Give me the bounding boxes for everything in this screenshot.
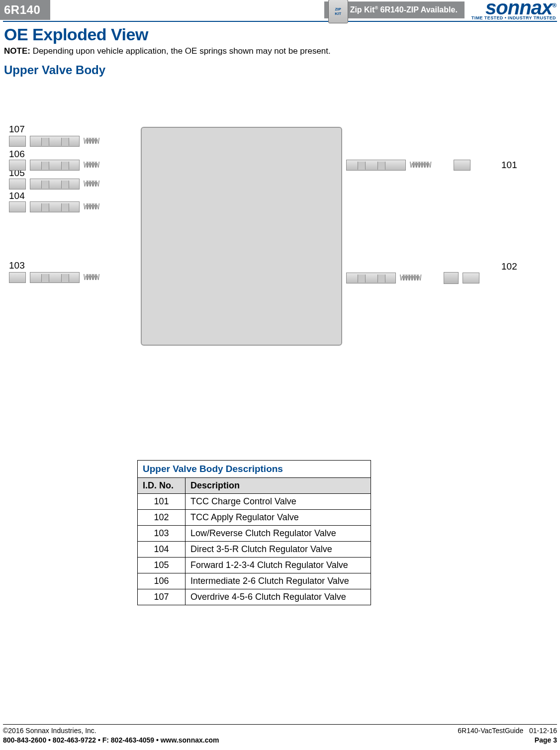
valve-icon bbox=[30, 136, 80, 147]
zipkit-prefix: Zip Kit bbox=[350, 5, 375, 14]
spring-icon bbox=[84, 180, 111, 188]
logo: sonnax® TIME TESTED • INDUSTRY TRUSTED bbox=[465, 0, 560, 20]
table-row: 104Direct 3-5-R Clutch Regulator Valve bbox=[138, 542, 371, 558]
spring-icon bbox=[84, 203, 111, 211]
descriptions-table: I.D. No. Description 101TCC Charge Contr… bbox=[137, 477, 371, 605]
cell-desc: Direct 3-5-R Clutch Regulator Valve bbox=[186, 542, 371, 558]
footer-page: Page 3 bbox=[535, 736, 557, 745]
table-row: 102TCC Apply Regulator Valve bbox=[138, 510, 371, 526]
cell-desc: Low/Reverse Clutch Regulator Valve bbox=[186, 526, 371, 542]
cell-id: 107 bbox=[138, 589, 186, 605]
logo-reg: ® bbox=[552, 2, 556, 9]
exploded-diagram: 107 106 105 104 103 101 102 bbox=[4, 127, 556, 385]
valve-assy-106 bbox=[9, 160, 111, 171]
footer-copyright: ©2016 Sonnax Industries, Inc. bbox=[3, 726, 96, 736]
valve-assy-105 bbox=[9, 179, 111, 189]
cell-id: 102 bbox=[138, 510, 186, 526]
cell-id: 104 bbox=[138, 542, 186, 558]
footer-docid: 6R140-VacTestGuide bbox=[458, 727, 523, 735]
valve-icon bbox=[30, 272, 80, 283]
cell-id: 101 bbox=[138, 494, 186, 510]
callout-103: 103 bbox=[9, 260, 25, 271]
cell-id: 103 bbox=[138, 526, 186, 542]
descriptions-table-wrap: Upper Valve Body Descriptions I.D. No. D… bbox=[137, 460, 371, 605]
valve-icon bbox=[346, 160, 406, 171]
logo-tagline: TIME TESTED • INDUSTRY TRUSTED bbox=[471, 15, 556, 20]
cell-desc: TCC Apply Regulator Valve bbox=[186, 510, 371, 526]
retainer-icon bbox=[9, 272, 26, 283]
table-row: 103Low/Reverse Clutch Regulator Valve bbox=[138, 526, 371, 542]
cell-desc: Intermediate 2-6 Clutch Regulator Valve bbox=[186, 573, 371, 589]
zipkit-code: 6R140-ZIP bbox=[380, 5, 418, 14]
main-content: OE Exploded View NOTE: Depending upon ve… bbox=[0, 22, 560, 605]
valve-assy-101 bbox=[346, 160, 470, 171]
retainer-icon bbox=[9, 160, 26, 171]
cell-desc: Forward 1-2-3-4 Clutch Regulator Valve bbox=[186, 558, 371, 573]
table-row: 105Forward 1-2-3-4 Clutch Regulator Valv… bbox=[138, 558, 371, 573]
table-row: 107Overdrive 4-5-6 Clutch Regulator Valv… bbox=[138, 589, 371, 605]
valve-assy-102 bbox=[346, 272, 479, 284]
sleeve-icon bbox=[444, 272, 459, 284]
valve-icon bbox=[30, 179, 80, 189]
col-desc-header: Description bbox=[186, 478, 371, 494]
retainer-icon bbox=[454, 160, 470, 171]
spring-icon bbox=[84, 161, 111, 169]
retainer-icon bbox=[463, 273, 479, 283]
zipkit-suffix: Available. bbox=[421, 5, 458, 14]
valve-icon bbox=[30, 160, 80, 171]
retainer-icon bbox=[9, 201, 26, 212]
valve-assy-103 bbox=[9, 272, 111, 283]
callout-104: 104 bbox=[9, 190, 25, 201]
valve-icon bbox=[346, 273, 396, 283]
spring-icon bbox=[400, 274, 440, 282]
spring-icon bbox=[410, 161, 450, 169]
footer-date: 01-12-16 bbox=[529, 727, 557, 735]
retainer-icon bbox=[9, 136, 26, 147]
zipkit-reg: ® bbox=[374, 5, 378, 10]
page-title: OE Exploded View bbox=[4, 25, 556, 44]
spring-icon bbox=[84, 274, 111, 281]
callout-106: 106 bbox=[9, 149, 25, 160]
callout-101: 101 bbox=[501, 160, 517, 171]
table-row: 106Intermediate 2-6 Clutch Regulator Val… bbox=[138, 573, 371, 589]
table-title: Upper Valve Body Descriptions bbox=[137, 460, 371, 477]
cell-desc: TCC Charge Control Valve bbox=[186, 494, 371, 510]
note-label: NOTE: bbox=[4, 46, 30, 56]
valve-assy-104 bbox=[9, 201, 111, 212]
header-bar: 6R140 ZIPKIT Zip Kit® 6R140-ZIP Availabl… bbox=[0, 0, 560, 20]
note-text: Depending upon vehicle application, the … bbox=[33, 46, 331, 56]
retainer-icon bbox=[9, 179, 26, 189]
callout-102: 102 bbox=[501, 261, 517, 272]
zipkit-icon: ZIPKIT bbox=[328, 0, 348, 23]
zipkit-banner: ZIPKIT Zip Kit® 6R140-ZIP Available. bbox=[324, 1, 465, 18]
cell-id: 105 bbox=[138, 558, 186, 573]
col-id-header: I.D. No. bbox=[138, 478, 186, 494]
callout-107: 107 bbox=[9, 124, 25, 135]
valve-body-casting bbox=[141, 127, 342, 346]
note: NOTE: Depending upon vehicle application… bbox=[4, 46, 556, 56]
cell-id: 106 bbox=[138, 573, 186, 589]
valve-assy-107 bbox=[9, 136, 111, 147]
cell-desc: Overdrive 4-5-6 Clutch Regulator Valve bbox=[186, 589, 371, 605]
footer: ©2016 Sonnax Industries, Inc. 6R140-VacT… bbox=[3, 724, 557, 745]
table-row: 101TCC Charge Control Valve bbox=[138, 494, 371, 510]
product-code: 6R140 bbox=[0, 0, 50, 20]
section-heading: Upper Valve Body bbox=[4, 63, 556, 77]
footer-contact: 800-843-2600 • 802-463-9722 • F: 802-463… bbox=[3, 736, 219, 745]
valve-icon bbox=[30, 201, 80, 212]
spring-icon bbox=[84, 137, 111, 145]
